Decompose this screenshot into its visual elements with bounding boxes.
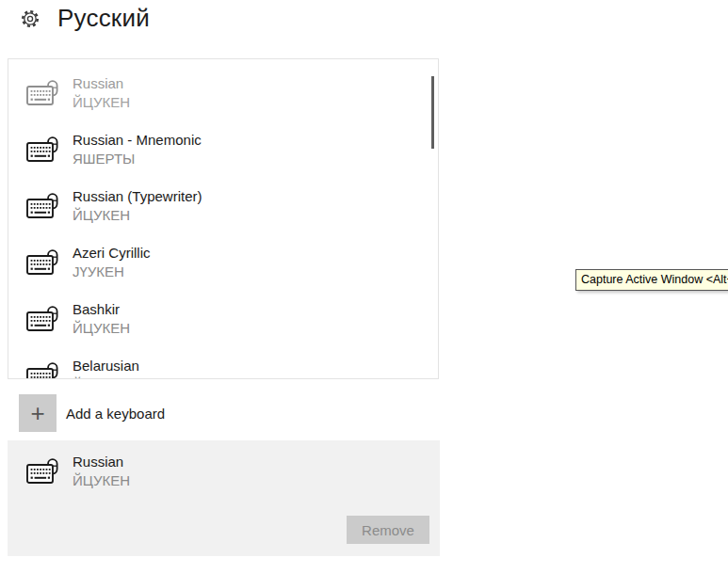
add-keyboard-button[interactable]: + Add a keyboard	[19, 394, 165, 432]
keyboard-list-item-russian-typewriter[interactable]: Russian (Typewriter) ЙЦУКЕН	[8, 178, 438, 234]
keyboard-list-item-belarusian[interactable]: Belarusian ЙЦУКЕН	[8, 347, 438, 379]
keyboard-icon	[26, 362, 58, 379]
remove-button[interactable]: Remove	[347, 516, 429, 544]
keyboard-layout: ЙЦУКЕН	[73, 319, 130, 338]
keyboard-layout: ЙЦУКЕН	[73, 471, 130, 490]
keyboard-layout: ЙЦУКЕН	[73, 206, 202, 225]
keyboard-title: Russian - Mnemonic	[73, 131, 202, 150]
add-keyboard-label: Add a keyboard	[66, 406, 165, 422]
page-title: Русский	[57, 4, 150, 33]
keyboard-list-item-azeri-cyrillic[interactable]: Azeri Cyrillic ЈҮУКЕН	[8, 234, 438, 291]
keyboard-layout: ЈҮУКЕН	[73, 263, 151, 281]
language-options-page: Русский Russian ЙЦУКЕН Russian - Mnemoni…	[0, 0, 728, 574]
selected-keyboard-panel[interactable]: Russian ЙЦУКЕН Remove	[8, 440, 440, 556]
keyboard-list-item-russian[interactable]: Russian ЙЦУКЕН	[8, 65, 438, 121]
keyboard-icon	[26, 136, 58, 163]
keyboard-title: Russian	[73, 74, 130, 93]
keyboard-list-item-bashkir[interactable]: Bashkir ЙЦУКЕН	[8, 291, 438, 347]
keyboard-title: Russian	[73, 453, 130, 471]
keyboard-title: Azeri Cyrillic	[73, 244, 151, 263]
keyboard-list: Russian ЙЦУКЕН Russian - Mnemonic ЯШЕРТЫ…	[8, 58, 439, 379]
keyboard-layout: ЯШЕРТЫ	[73, 150, 202, 168]
gear-icon	[21, 9, 40, 28]
vertical-scrollbar-thumb[interactable]	[431, 76, 434, 149]
page-header: Русский	[21, 4, 150, 33]
keyboard-title: Bashkir	[73, 300, 130, 319]
keyboard-title: Russian (Typewriter)	[73, 187, 202, 206]
tooltip-capture-active-window: Capture Active Window <Alt+	[575, 269, 728, 291]
keyboard-title: Belarusian	[73, 357, 139, 375]
keyboard-layout: ЙЦУКЕН	[73, 375, 139, 379]
keyboard-layout: ЙЦУКЕН	[73, 93, 130, 112]
selected-keyboard-item: Russian ЙЦУКЕН	[26, 453, 130, 490]
keyboard-icon	[26, 306, 58, 332]
plus-icon: +	[19, 394, 57, 432]
keyboard-icon	[26, 80, 58, 106]
keyboard-icon	[26, 193, 58, 219]
keyboard-icon	[26, 458, 58, 485]
keyboard-icon	[26, 249, 58, 276]
keyboard-list-item-russian-mnemonic[interactable]: Russian - Mnemonic ЯШЕРТЫ	[8, 121, 438, 178]
